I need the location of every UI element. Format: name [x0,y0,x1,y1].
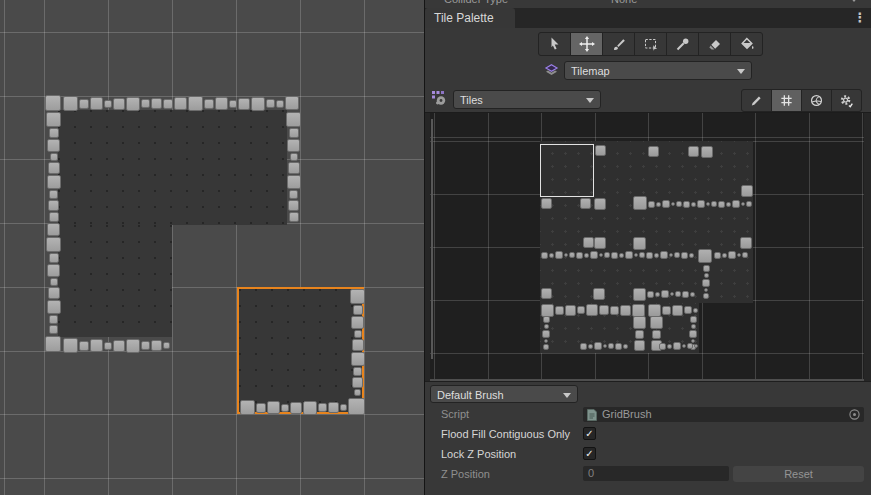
move-tool-button[interactable] [571,33,602,55]
tile-palette-panel: Collider Type None Tile Palette ⋮ [424,0,871,495]
script-label: Script [441,407,469,421]
tile-block [163,99,173,109]
palette-dropdown[interactable]: Tiles [453,90,601,109]
object-picker-icon[interactable] [848,408,861,421]
eraser-icon [707,36,723,52]
tile-block [660,251,668,259]
lock-z-label: Lock Z Position [441,447,516,461]
grid-toggle-button[interactable] [772,90,801,111]
tile-block [240,400,255,415]
checkmark-icon: ✓ [585,448,593,459]
tile-block [669,253,673,257]
tab-tile-palette[interactable]: Tile Palette [425,8,515,28]
tile-block [290,402,302,414]
reset-button[interactable]: Reset [733,466,864,482]
tile-block [718,201,725,208]
tile-block [141,99,150,108]
gizmos-toggle-button[interactable] [802,90,831,111]
tile-block [174,97,187,110]
tile-block [126,97,140,111]
tile-block [47,300,61,314]
tile-block [671,202,675,206]
cursor-icon [547,36,563,52]
palette-selected-cell[interactable] [540,144,594,197]
tile-block [49,315,58,324]
select-tool-button[interactable] [539,33,570,55]
script-file-icon [587,409,597,421]
tile-block [565,305,576,316]
tile-block [163,342,170,349]
z-position-input[interactable]: 0 [583,466,729,481]
palette-grid[interactable] [430,113,864,382]
tile-block [662,306,671,315]
tilemap-icon [543,62,560,79]
fill-bucket-tool-button[interactable] [731,33,762,55]
tile-block [687,343,693,349]
chevron-down-icon [586,98,594,103]
tile-block [256,403,266,413]
tile-block [728,251,736,259]
tile-block [698,249,712,263]
tile-block [577,306,585,314]
script-object-field[interactable]: GridBrush [583,407,864,422]
tile-block [584,253,589,258]
tile-block [711,201,717,207]
tile-block [673,342,681,350]
tile-block [353,367,362,376]
settings-button[interactable] [832,90,861,111]
tile-block [286,112,301,127]
picker-tool-button[interactable] [667,33,698,55]
tile-block [741,185,753,197]
tile-block [251,97,265,111]
eraser-tool-button[interactable] [699,33,730,55]
tile-block [351,316,364,329]
tile-block [726,202,731,207]
tile-block [706,202,710,206]
paint-brush-tool-button[interactable] [603,33,634,55]
tile-palette-view[interactable] [425,112,871,381]
tile-block [289,212,299,222]
z-position-label: Z Position [441,467,490,481]
tilemap-dropdown[interactable]: Tilemap [564,61,752,80]
tile-block [633,196,647,210]
tile-block [348,398,365,415]
brush-inspector-panel: Default Brush Script GridBrush Flood Fil… [425,381,871,495]
tile-block [555,306,564,315]
edit-palette-button[interactable] [742,90,771,111]
tile-block [746,201,752,207]
tile-block [352,339,364,351]
tile-block [682,344,686,348]
tile-block [49,253,59,263]
tile-block [276,100,284,108]
lock-z-checkbox[interactable]: ✓ [583,447,596,460]
scene-view[interactable] [0,0,424,495]
tile-block [594,198,606,210]
brush-icon [611,36,627,52]
tile-block [340,404,347,411]
tile-block [580,343,587,350]
tile-block [541,198,552,209]
tile-block [544,324,549,329]
vertical-scrollbar[interactable] [431,119,433,359]
tile-block [49,128,59,138]
flood-fill-checkbox[interactable]: ✓ [583,427,596,440]
collider-type-label: Collider Type [444,0,508,5]
tile-block [693,308,698,313]
collider-type-row[interactable]: Collider Type None [425,0,871,8]
tile-block [90,97,103,110]
tile-block [608,343,614,349]
tile-block [267,401,280,414]
tile-block [610,306,619,315]
brush-dropdown[interactable]: Default Brush [430,385,578,403]
kebab-menu-icon[interactable]: ⋮ [852,8,868,28]
tile-block [266,99,275,108]
tile-block [615,343,622,350]
tile-block [141,341,150,350]
tile-block [113,98,125,110]
tile-block [647,291,654,298]
tile-block [48,162,60,174]
palette-toolbar [741,89,862,112]
tile-block [691,324,696,329]
box-fill-tool-button[interactable] [635,33,666,55]
chevron-down-icon [850,0,858,2]
